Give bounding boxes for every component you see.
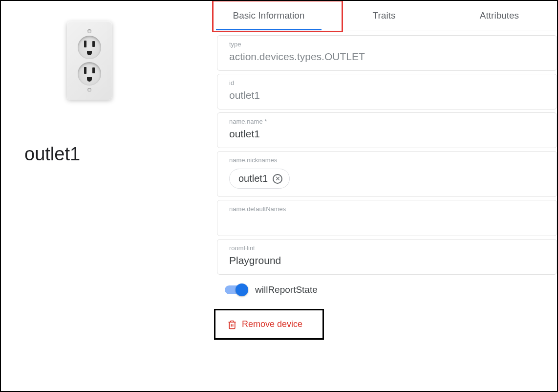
field-label: id: [229, 79, 545, 87]
field-roomhint[interactable]: roomHint Playground: [217, 239, 557, 275]
chip-remove-icon[interactable]: ✕: [273, 174, 282, 184]
field-name-defaultnames[interactable]: name.defaultNames: [217, 200, 557, 236]
field-name-nicknames[interactable]: name.nicknames outlet1 ✕: [217, 151, 557, 197]
tab-label: Attributes: [480, 10, 519, 21]
chip-label: outlet1: [238, 173, 268, 184]
field-value: outlet1: [229, 128, 545, 140]
field-type[interactable]: type action.devices.types.OUTLET: [217, 35, 557, 71]
tab-basic-information[interactable]: Basic Information: [211, 1, 326, 30]
device-image: [67, 22, 112, 100]
field-label: name.nicknames: [229, 156, 545, 164]
remove-device-label: Remove device: [242, 319, 302, 329]
nickname-chip[interactable]: outlet1 ✕: [229, 169, 290, 189]
field-id[interactable]: id outlet1: [217, 74, 557, 109]
remove-device-button[interactable]: Remove device: [227, 319, 302, 329]
tab-label: Basic Information: [233, 10, 305, 21]
device-title: outlet1: [24, 144, 80, 165]
tabs: Basic Information Traits Attributes: [211, 1, 557, 30]
tab-label: Traits: [373, 10, 396, 21]
field-value: Playground: [229, 255, 545, 266]
field-name-name[interactable]: name.name * outlet1: [217, 112, 557, 148]
tab-traits[interactable]: Traits: [326, 1, 442, 30]
highlight-remove-device: Remove device: [214, 309, 324, 340]
field-label: roomHint: [229, 244, 545, 252]
trash-icon: [227, 320, 237, 329]
willreportstate-toggle[interactable]: [225, 285, 246, 294]
field-value: outlet1: [229, 89, 545, 101]
field-label: type: [229, 41, 545, 48]
willreportstate-label: willReportState: [255, 284, 318, 295]
field-label: name.defaultNames: [229, 205, 545, 213]
tab-attributes[interactable]: Attributes: [442, 1, 557, 30]
field-value: action.devices.types.OUTLET: [229, 51, 545, 63]
field-label: name.name *: [229, 118, 545, 125]
